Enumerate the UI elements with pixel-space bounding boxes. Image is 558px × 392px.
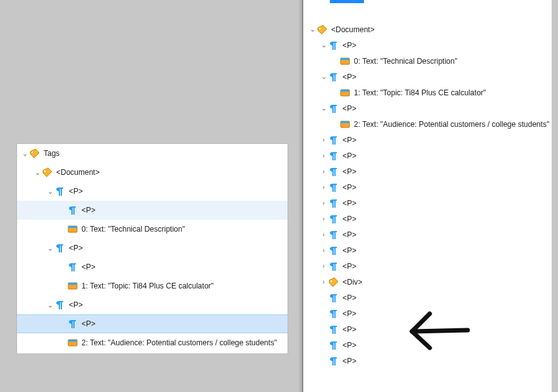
tree-row-p-collapsed[interactable]: ›<P> (303, 227, 552, 242)
chevron-right-icon[interactable]: › (320, 247, 327, 254)
tree-label: <P> (82, 263, 95, 271)
chevron-down-icon[interactable]: ⌄ (320, 42, 327, 49)
chevron-down-icon[interactable]: ⌄ (308, 26, 316, 33)
container-icon (340, 56, 350, 66)
tree-label: <P> (343, 357, 356, 365)
paragraph-icon (329, 198, 339, 208)
tree-row-p[interactable]: ⌄ <P> (303, 100, 552, 116)
svg-marker-2 (43, 168, 52, 177)
chevron-right-icon[interactable]: › (320, 136, 327, 143)
container-icon (340, 88, 350, 98)
tree-label: <P> (343, 230, 356, 239)
tree-row-p-child-selected[interactable]: · <P> (17, 314, 288, 333)
tree-row-p[interactable]: ⌄ <P> (17, 295, 288, 314)
chevron-right-icon[interactable]: › (320, 184, 327, 191)
tree-row-p[interactable]: ⌄ <P> (303, 37, 552, 53)
tree-row-p-leaf[interactable]: ·<P> (303, 306, 552, 321)
tree-label: <P> (343, 325, 356, 334)
chevron-right-icon[interactable]: › (320, 215, 327, 222)
paragraph-icon (329, 151, 339, 161)
paragraph-icon (329, 230, 339, 240)
tree-row-text[interactable]: · 1: Text: "Topic: Ti84 Plus CE calculat… (303, 85, 552, 100)
tree-row-p-child[interactable]: · <P> (17, 201, 288, 220)
chevron-right-icon[interactable]: › (320, 152, 327, 159)
tree-row-p-collapsed[interactable]: ›<P> (303, 242, 552, 258)
tree-row-p[interactable]: ⌄ <P> (17, 182, 288, 201)
tree-row-p-leaf[interactable]: ·<P> (303, 290, 552, 306)
tree-label: <Document> (331, 25, 375, 34)
tree-row-p-collapsed[interactable]: ›<P> (303, 148, 552, 163)
svg-rect-5 (68, 226, 77, 228)
tree-row-p-leaf[interactable]: ·<P> (303, 321, 552, 337)
paragraph-icon (329, 246, 339, 256)
tree-row-text[interactable]: · 0: Text: "Technical Description" (303, 53, 552, 69)
tree-row-p-child[interactable]: · <P> (17, 258, 288, 276)
chevron-down-icon[interactable]: ⌄ (46, 302, 54, 309)
tree-row-text[interactable]: · 1: Text: "Topic: Ti84 Plus CE calculat… (17, 276, 288, 295)
tag-icon (317, 25, 327, 35)
paragraph-icon (68, 205, 78, 215)
tree-label: 0: Text: "Technical Description" (354, 57, 458, 66)
svg-marker-10 (318, 25, 327, 34)
svg-rect-15 (341, 90, 349, 92)
tree-label: <P> (343, 151, 356, 160)
paragraph-icon (329, 356, 339, 366)
paragraph-icon (329, 340, 339, 350)
tree-row-text[interactable]: · 2: Text: "Audience: Potential customer… (303, 116, 552, 132)
svg-marker-0 (30, 149, 39, 158)
chevron-down-icon[interactable]: ⌄ (320, 73, 327, 80)
chevron-down-icon[interactable]: ⌄ (33, 169, 41, 176)
chevron-right-icon[interactable]: › (320, 199, 327, 206)
tree-label: 1: Text: "Topic: Ti84 Plus CE calculator… (354, 88, 486, 97)
tag-icon (30, 148, 40, 158)
tree-row-p[interactable]: ⌄ <P> (17, 239, 288, 258)
tree-row-p-collapsed[interactable]: ›<P> (303, 195, 552, 211)
tree-label: Tags (44, 149, 59, 158)
tree-row-p[interactable]: ⌄ <P> (303, 69, 552, 85)
tree-row-tags[interactable]: ⌄ Tags (17, 144, 288, 163)
paragraph-icon (329, 214, 339, 224)
svg-point-11 (319, 28, 320, 29)
paragraph-icon (329, 309, 339, 319)
chevron-down-icon[interactable]: ⌄ (46, 245, 54, 252)
tree-label: 2: Text: "Audience: Potential customers … (354, 120, 549, 129)
chevron-right-icon[interactable]: › (320, 278, 327, 285)
tag-icon (42, 167, 52, 177)
tree-row-p-leaf[interactable]: ·<P> (303, 353, 552, 369)
container-icon (68, 224, 78, 234)
paragraph-icon (329, 167, 339, 177)
tree-row-p-collapsed[interactable]: ›<P> (303, 179, 552, 195)
chevron-right-icon[interactable]: › (320, 168, 327, 175)
svg-rect-17 (341, 121, 349, 123)
paragraph-icon (55, 243, 65, 253)
tree-label: <P> (343, 294, 356, 302)
tree-row-p-collapsed[interactable]: ›<P> (303, 132, 552, 148)
tree-row-p-collapsed[interactable]: ›<P> (303, 163, 552, 179)
chevron-down-icon[interactable]: ⌄ (21, 150, 28, 157)
tree-label: <P> (343, 262, 356, 271)
tree-row-div-collapsed[interactable]: › <Div> (303, 274, 552, 290)
tag-icon (329, 277, 339, 287)
svg-point-19 (331, 280, 332, 282)
chevron-right-icon[interactable]: › (320, 231, 327, 238)
svg-rect-13 (341, 58, 349, 60)
tree-row-p-collapsed[interactable]: ›<P> (303, 211, 552, 227)
tree-row-p-collapsed[interactable]: ›<P> (303, 258, 552, 274)
chevron-right-icon[interactable]: › (320, 263, 327, 270)
paragraph-icon (68, 262, 78, 272)
tree-row-document[interactable]: ⌄ <Document> (303, 21, 552, 37)
tree-row-text[interactable]: · 2: Text: "Audience: Potential customer… (17, 333, 288, 352)
tree-label: <P> (343, 199, 356, 208)
tree-row-text[interactable]: · 0: Text: "Technical Description" (17, 220, 288, 239)
chevron-down-icon[interactable]: ⌄ (320, 105, 327, 112)
paragraph-icon (55, 186, 65, 196)
tree-row-p-leaf[interactable]: ·<P> (303, 337, 552, 353)
paragraph-icon (329, 324, 339, 335)
tree-label: <P> (82, 319, 95, 328)
svg-marker-18 (329, 278, 338, 287)
tree-label: <Div> (343, 278, 362, 287)
chevron-down-icon[interactable]: ⌄ (46, 188, 54, 195)
tree-label: <P> (343, 73, 356, 81)
tree-row-document[interactable]: ⌄ <Document> (17, 163, 288, 182)
paragraph-icon (329, 104, 339, 114)
